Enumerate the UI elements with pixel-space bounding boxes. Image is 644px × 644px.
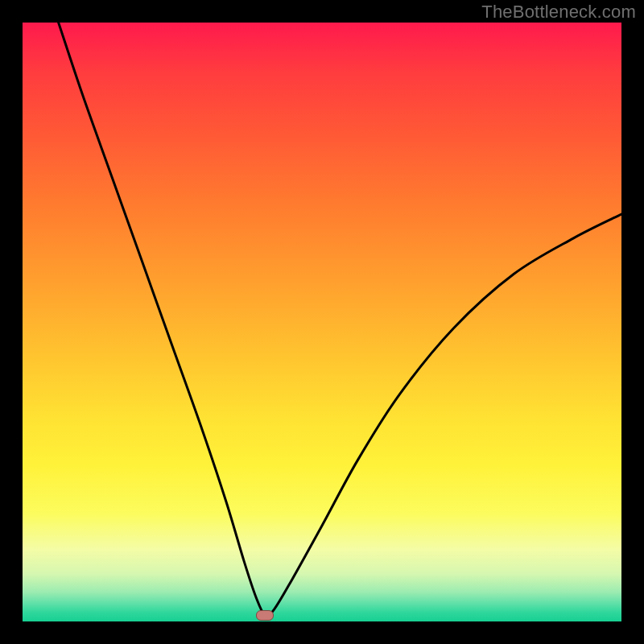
- curve-svg: [23, 23, 621, 621]
- watermark-text: TheBottleneck.com: [481, 2, 636, 23]
- chart-frame: TheBottleneck.com: [0, 0, 644, 644]
- optimal-marker: [256, 610, 274, 621]
- bottleneck-curve: [59, 23, 621, 616]
- plot-area: [23, 23, 621, 621]
